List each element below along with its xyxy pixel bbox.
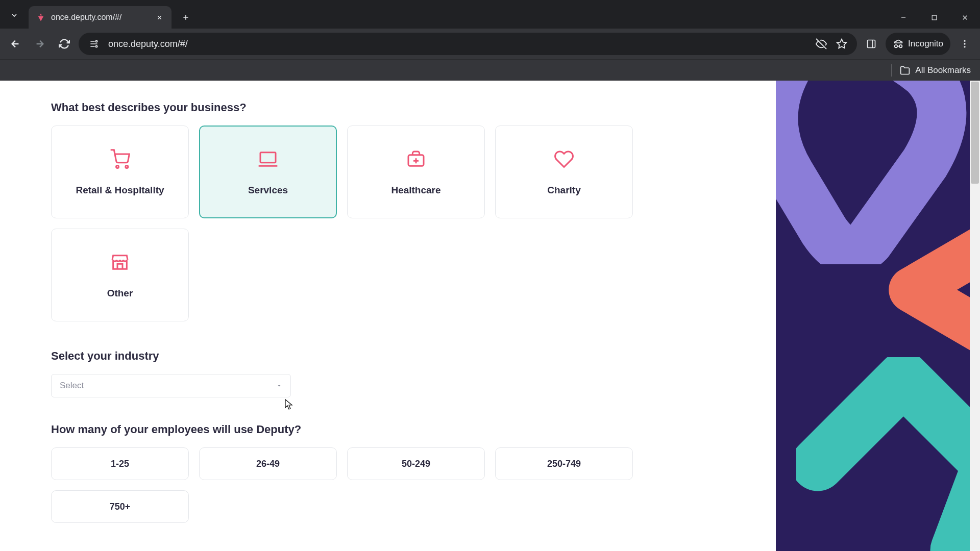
question-industry: Select your industry (51, 349, 725, 363)
size-50-249[interactable]: 50-249 (347, 447, 485, 480)
bookmarks-bar: All Bookmarks (0, 59, 980, 81)
back-button[interactable] (5, 34, 26, 54)
medkit-icon (405, 148, 427, 170)
tab-search-button[interactable] (0, 4, 29, 27)
window-controls (888, 6, 980, 29)
card-charity[interactable]: Charity (495, 126, 633, 218)
size-label: 26-49 (256, 459, 280, 469)
card-label: Other (107, 288, 133, 299)
browser-tab-strip: once.deputy.com/#/ (0, 0, 980, 29)
laptop-icon (257, 148, 279, 170)
svg-point-6 (964, 40, 965, 42)
svg-rect-0 (932, 15, 937, 20)
deputy-favicon-icon (36, 12, 46, 22)
vertical-scrollbar[interactable] (970, 81, 980, 551)
forward-button[interactable] (30, 34, 50, 54)
tab-title: once.deputy.com/#/ (51, 13, 149, 22)
reload-button[interactable] (54, 34, 75, 54)
address-bar[interactable]: once.deputy.com/#/ (79, 33, 857, 55)
browser-menu-button[interactable] (954, 34, 975, 54)
size-750-plus[interactable]: 750+ (51, 490, 189, 523)
folder-icon (900, 65, 910, 76)
card-label: Services (248, 185, 288, 196)
decorative-shape-teal (796, 357, 980, 551)
browser-toolbar: once.deputy.com/#/ Incognito (0, 29, 980, 59)
close-icon[interactable] (154, 12, 164, 22)
size-26-49[interactable]: 26-49 (199, 447, 337, 480)
employee-size-grid: 1-25 26-49 50-249 250-749 750+ (51, 447, 725, 523)
all-bookmarks-label: All Bookmarks (915, 65, 971, 76)
divider (891, 64, 892, 77)
all-bookmarks-button[interactable]: All Bookmarks (900, 65, 971, 76)
question-employees: How many of your employees will use Depu… (51, 423, 725, 436)
industry-select-wrap: Select (51, 374, 291, 397)
cart-icon (109, 148, 131, 170)
heart-icon (553, 148, 575, 170)
incognito-label: Incognito (908, 39, 943, 49)
card-label: Healthcare (391, 185, 440, 196)
svg-point-10 (126, 166, 128, 168)
size-label: 1-25 (111, 459, 129, 469)
svg-rect-11 (260, 153, 276, 163)
card-services[interactable]: Services (199, 126, 337, 218)
eye-off-icon[interactable] (815, 38, 827, 49)
mouse-cursor-icon (284, 398, 295, 411)
store-icon (109, 251, 131, 273)
svg-point-7 (964, 43, 965, 44)
incognito-chip[interactable]: Incognito (886, 33, 950, 55)
card-label: Retail & Hospitality (76, 185, 164, 196)
svg-point-2 (95, 45, 97, 47)
svg-point-8 (964, 46, 965, 47)
page-content: What best describes your business? Retai… (0, 81, 980, 551)
chevron-down-icon (276, 383, 282, 389)
svg-point-9 (116, 166, 119, 168)
svg-marker-3 (837, 39, 846, 48)
browser-tab[interactable]: once.deputy.com/#/ (29, 6, 172, 29)
decorative-shape-coral (863, 208, 980, 371)
bookmark-star-icon[interactable] (836, 38, 848, 49)
side-panel-button[interactable] (861, 34, 881, 54)
size-250-749[interactable]: 250-749 (495, 447, 633, 480)
size-label: 50-249 (402, 459, 430, 469)
close-window-button[interactable] (949, 6, 980, 29)
card-label: Charity (547, 185, 580, 196)
select-placeholder: Select (60, 381, 84, 391)
question-business-type: What best describes your business? (51, 101, 725, 114)
maximize-button[interactable] (919, 6, 949, 29)
business-type-grid: Retail & Hospitality Services Healthcare… (51, 126, 725, 321)
size-label: 250-749 (547, 459, 581, 469)
new-tab-button[interactable] (177, 8, 195, 27)
svg-point-1 (95, 40, 97, 42)
card-other[interactable]: Other (51, 229, 189, 321)
industry-select[interactable]: Select (51, 374, 291, 397)
scrollbar-thumb[interactable] (971, 82, 979, 184)
size-1-25[interactable]: 1-25 (51, 447, 189, 480)
card-healthcare[interactable]: Healthcare (347, 126, 485, 218)
site-settings-icon[interactable] (88, 39, 100, 49)
decorative-sidebar (776, 81, 980, 551)
svg-rect-4 (868, 40, 875, 48)
card-retail-hospitality[interactable]: Retail & Hospitality (51, 126, 189, 218)
url-text: once.deputy.com/#/ (108, 39, 807, 49)
size-label: 750+ (110, 502, 131, 512)
minimize-button[interactable] (888, 6, 919, 29)
form-column: What best describes your business? Retai… (0, 81, 776, 551)
